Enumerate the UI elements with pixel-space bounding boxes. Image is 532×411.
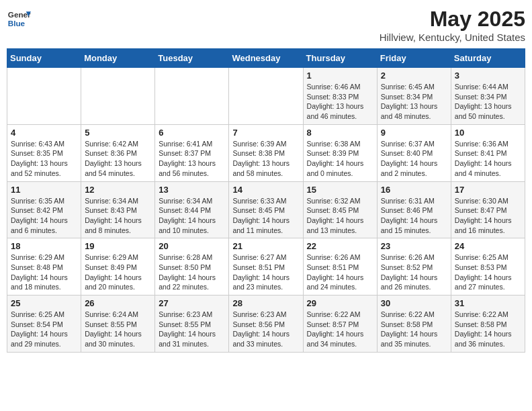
day-info: Sunrise: 6:33 AM Sunset: 8:45 PM Dayligh… [232,196,299,236]
calendar-week-3: 11Sunrise: 6:35 AM Sunset: 8:42 PM Dayli… [7,181,525,238]
calendar-cell: 12Sunrise: 6:34 AM Sunset: 8:43 PM Dayli… [81,181,155,238]
calendar-cell: 8Sunrise: 6:38 AM Sunset: 8:39 PM Daylig… [303,124,377,181]
day-info: Sunrise: 6:23 AM Sunset: 8:55 PM Dayligh… [159,310,225,349]
calendar-cell: 16Sunrise: 6:31 AM Sunset: 8:46 PM Dayli… [377,181,451,238]
day-info: Sunrise: 6:27 AM Sunset: 8:51 PM Dayligh… [232,253,299,292]
day-number: 31 [455,298,521,308]
day-info: Sunrise: 6:34 AM Sunset: 8:43 PM Dayligh… [85,196,151,236]
calendar-cell: 3Sunrise: 6:44 AM Sunset: 8:34 PM Daylig… [451,68,525,125]
day-number: 19 [85,241,151,251]
calendar-cell: 20Sunrise: 6:28 AM Sunset: 8:50 PM Dayli… [155,238,229,295]
day-number: 2 [381,71,447,81]
day-info: Sunrise: 6:26 AM Sunset: 8:52 PM Dayligh… [381,253,447,292]
day-number: 15 [307,185,373,195]
day-info: Sunrise: 6:41 AM Sunset: 8:37 PM Dayligh… [159,139,225,179]
day-info: Sunrise: 6:28 AM Sunset: 8:50 PM Dayligh… [159,253,225,292]
day-info: Sunrise: 6:31 AM Sunset: 8:46 PM Dayligh… [381,196,447,236]
calendar-cell: 1Sunrise: 6:46 AM Sunset: 8:33 PM Daylig… [303,68,377,125]
day-info: Sunrise: 6:32 AM Sunset: 8:45 PM Dayligh… [307,196,373,236]
day-info: Sunrise: 6:23 AM Sunset: 8:56 PM Dayligh… [232,310,299,349]
calendar-table: SundayMondayTuesdayWednesdayThursdayFrid… [7,48,525,353]
calendar-cell: 28Sunrise: 6:23 AM Sunset: 8:56 PM Dayli… [229,295,303,353]
calendar-cell: 19Sunrise: 6:29 AM Sunset: 8:49 PM Dayli… [81,238,155,295]
day-number: 24 [455,241,521,251]
day-info: Sunrise: 6:34 AM Sunset: 8:44 PM Dayligh… [159,196,225,236]
calendar-cell: 2Sunrise: 6:45 AM Sunset: 8:34 PM Daylig… [377,68,451,125]
day-number: 16 [381,185,447,195]
calendar-week-4: 18Sunrise: 6:29 AM Sunset: 8:48 PM Dayli… [7,238,525,295]
day-number: 12 [85,185,151,195]
day-number: 5 [85,128,151,138]
header: General Blue May 2025 Hillview, Kentucky… [7,7,525,43]
calendar-cell: 31Sunrise: 6:22 AM Sunset: 8:58 PM Dayli… [451,295,525,353]
subtitle: Hillview, Kentucky, United States [380,32,525,43]
day-number: 25 [11,298,77,308]
day-header-monday: Monday [81,49,155,68]
day-info: Sunrise: 6:44 AM Sunset: 8:34 PM Dayligh… [455,82,521,122]
day-number: 27 [159,298,225,308]
main-title: May 2025 [380,7,525,32]
day-header-thursday: Thursday [303,49,377,68]
day-info: Sunrise: 6:43 AM Sunset: 8:35 PM Dayligh… [11,139,77,179]
day-headers-row: SundayMondayTuesdayWednesdayThursdayFrid… [7,49,525,68]
day-header-wednesday: Wednesday [229,49,303,68]
day-number: 18 [11,241,77,251]
calendar-cell: 25Sunrise: 6:25 AM Sunset: 8:54 PM Dayli… [7,295,81,353]
day-number: 17 [455,185,521,195]
day-info: Sunrise: 6:36 AM Sunset: 8:41 PM Dayligh… [455,139,521,179]
calendar-cell: 23Sunrise: 6:26 AM Sunset: 8:52 PM Dayli… [377,238,451,295]
day-header-sunday: Sunday [7,49,81,68]
calendar-cell: 7Sunrise: 6:39 AM Sunset: 8:38 PM Daylig… [229,124,303,181]
day-number: 3 [455,71,521,81]
calendar-cell [81,68,155,125]
calendar-cell: 6Sunrise: 6:41 AM Sunset: 8:37 PM Daylig… [155,124,229,181]
calendar-week-1: 1Sunrise: 6:46 AM Sunset: 8:33 PM Daylig… [7,68,525,125]
day-number: 29 [307,298,373,308]
day-info: Sunrise: 6:42 AM Sunset: 8:36 PM Dayligh… [85,139,151,179]
day-number: 30 [381,298,447,308]
day-info: Sunrise: 6:24 AM Sunset: 8:55 PM Dayligh… [85,310,151,349]
calendar-cell: 13Sunrise: 6:34 AM Sunset: 8:44 PM Dayli… [155,181,229,238]
day-number: 28 [232,298,299,308]
calendar-cell [155,68,229,125]
calendar-cell [229,68,303,125]
day-header-tuesday: Tuesday [155,49,229,68]
title-area: May 2025 Hillview, Kentucky, United Stat… [380,7,525,43]
calendar-cell: 15Sunrise: 6:32 AM Sunset: 8:45 PM Dayli… [303,181,377,238]
day-info: Sunrise: 6:39 AM Sunset: 8:38 PM Dayligh… [232,139,299,179]
calendar-week-2: 4Sunrise: 6:43 AM Sunset: 8:35 PM Daylig… [7,124,525,181]
calendar-cell: 9Sunrise: 6:37 AM Sunset: 8:40 PM Daylig… [377,124,451,181]
calendar-cell: 26Sunrise: 6:24 AM Sunset: 8:55 PM Dayli… [81,295,155,353]
calendar-cell: 14Sunrise: 6:33 AM Sunset: 8:45 PM Dayli… [229,181,303,238]
day-header-friday: Friday [377,49,451,68]
calendar-cell: 18Sunrise: 6:29 AM Sunset: 8:48 PM Dayli… [7,238,81,295]
day-info: Sunrise: 6:35 AM Sunset: 8:42 PM Dayligh… [11,196,77,236]
calendar-cell: 17Sunrise: 6:30 AM Sunset: 8:47 PM Dayli… [451,181,525,238]
calendar-cell: 22Sunrise: 6:26 AM Sunset: 8:51 PM Dayli… [303,238,377,295]
calendar-cell: 21Sunrise: 6:27 AM Sunset: 8:51 PM Dayli… [229,238,303,295]
calendar-cell: 10Sunrise: 6:36 AM Sunset: 8:41 PM Dayli… [451,124,525,181]
day-info: Sunrise: 6:29 AM Sunset: 8:48 PM Dayligh… [11,253,77,292]
day-info: Sunrise: 6:25 AM Sunset: 8:53 PM Dayligh… [455,253,521,292]
day-number: 20 [159,241,225,251]
day-number: 21 [232,241,299,251]
calendar-cell: 5Sunrise: 6:42 AM Sunset: 8:36 PM Daylig… [81,124,155,181]
svg-text:Blue: Blue [8,19,26,28]
calendar-cell: 30Sunrise: 6:22 AM Sunset: 8:58 PM Dayli… [377,295,451,353]
day-info: Sunrise: 6:29 AM Sunset: 8:49 PM Dayligh… [85,253,151,292]
day-number: 9 [381,128,447,138]
calendar-cell: 29Sunrise: 6:22 AM Sunset: 8:57 PM Dayli… [303,295,377,353]
day-info: Sunrise: 6:26 AM Sunset: 8:51 PM Dayligh… [307,253,373,292]
day-number: 13 [159,185,225,195]
day-number: 8 [307,128,373,138]
calendar-cell: 11Sunrise: 6:35 AM Sunset: 8:42 PM Dayli… [7,181,81,238]
day-info: Sunrise: 6:38 AM Sunset: 8:39 PM Dayligh… [307,139,373,179]
day-number: 4 [11,128,77,138]
day-info: Sunrise: 6:25 AM Sunset: 8:54 PM Dayligh… [11,310,77,349]
day-number: 22 [307,241,373,251]
calendar-cell: 27Sunrise: 6:23 AM Sunset: 8:55 PM Dayli… [155,295,229,353]
day-number: 7 [232,128,299,138]
logo: General Blue [7,7,31,31]
day-number: 14 [232,185,299,195]
day-number: 23 [381,241,447,251]
